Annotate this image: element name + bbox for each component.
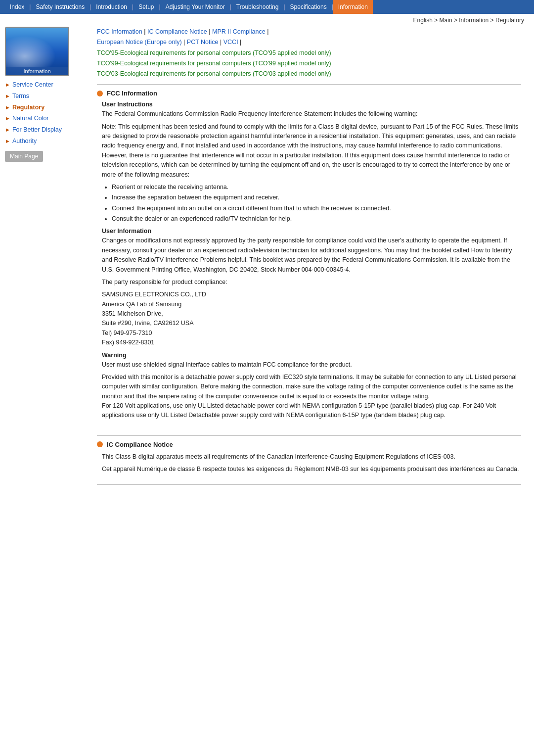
arrow-icon: ► bbox=[5, 137, 10, 145]
fcc-section-header: FCC Information bbox=[97, 90, 521, 97]
main-page-button[interactable]: Main Page bbox=[5, 151, 43, 162]
sidebar-logo: Information bbox=[5, 27, 69, 76]
nav-setup[interactable]: Setup bbox=[134, 0, 159, 14]
arrow-icon: ► bbox=[5, 92, 10, 100]
nav-information[interactable]: Information bbox=[333, 0, 373, 14]
sidebar-item-service-center[interactable]: ► Service Center bbox=[5, 79, 89, 91]
top-nav: Index | Safety Instructions | Introducti… bbox=[0, 0, 534, 14]
link-tco99[interactable]: TCO'99-Ecological requirements for perso… bbox=[97, 60, 331, 67]
link-vcci[interactable]: VCCI bbox=[223, 39, 238, 46]
link-mpr-compliance[interactable]: MPR II Compliance bbox=[212, 28, 266, 35]
arrow-icon: ► bbox=[5, 126, 10, 134]
nav-adjusting[interactable]: Adjusting Your Monitor bbox=[161, 0, 230, 14]
divider-3 bbox=[97, 484, 521, 485]
user-info-heading: User Information bbox=[102, 228, 521, 235]
link-european-notice[interactable]: European Notice (Europe only) bbox=[97, 39, 182, 46]
sidebar-item-authority[interactable]: ► Authority bbox=[5, 136, 89, 147]
nav-specifications[interactable]: Specifications bbox=[285, 0, 332, 14]
nav-safety[interactable]: Safety Instructions bbox=[31, 0, 89, 14]
link-tco03[interactable]: TCO'03-Ecological requirements for perso… bbox=[97, 70, 331, 77]
sidebar: Information ► Service Center ► Terms ► R… bbox=[5, 27, 89, 490]
content-area: FCC Information | IC Compliance Notice |… bbox=[89, 27, 529, 490]
ic-section-header: IC Compliance Notice bbox=[97, 441, 521, 448]
sidebar-item-for-better-display[interactable]: ► For Better Display bbox=[5, 124, 89, 136]
sidebar-item-natural-color[interactable]: ► Natural Color bbox=[5, 113, 89, 124]
list-item: Reorient or relocate the receiving anten… bbox=[112, 183, 521, 192]
sidebar-nav: ► Service Center ► Terms ► Regulatory ► … bbox=[5, 79, 89, 147]
warning-content: User must use shielded signal interface … bbox=[97, 360, 521, 421]
fcc-title: FCC Information bbox=[107, 90, 157, 97]
fcc-section: FCC Information User Instructions The Fe… bbox=[97, 90, 521, 421]
breadcrumb: English > Main > Information > Regulator… bbox=[0, 14, 534, 27]
fcc-bullets: Reorient or relocate the receiving anten… bbox=[112, 183, 521, 224]
list-item: Connect the equipment into an outlet on … bbox=[112, 204, 521, 213]
link-tco95[interactable]: TCO'95-Ecological requirements for perso… bbox=[97, 49, 331, 56]
user-info-content: Changes or modifications not expressly a… bbox=[97, 236, 521, 347]
link-fcc-information[interactable]: FCC Information bbox=[97, 28, 142, 35]
arrow-icon: ► bbox=[5, 81, 10, 89]
divider-2 bbox=[97, 435, 521, 436]
nav-introduction[interactable]: Introduction bbox=[91, 0, 132, 14]
divider-1 bbox=[97, 84, 521, 85]
list-item: Consult the dealer or an experienced rad… bbox=[112, 214, 521, 224]
ic-bullet-dot bbox=[97, 441, 103, 447]
fcc-bullet-dot bbox=[97, 91, 103, 96]
ic-content: This Class B digital apparatus meets all… bbox=[97, 452, 521, 474]
link-ic-compliance[interactable]: IC Compliance Notice bbox=[147, 28, 207, 35]
sidebar-item-regulatory[interactable]: ► Regulatory bbox=[5, 102, 89, 113]
nav-troubleshooting[interactable]: Troubleshooting bbox=[231, 0, 284, 14]
sidebar-item-terms[interactable]: ► Terms bbox=[5, 91, 89, 102]
arrow-icon: ► bbox=[5, 114, 10, 123]
links-row: FCC Information | IC Compliance Notice |… bbox=[97, 27, 521, 79]
user-instructions-heading: User Instructions bbox=[102, 101, 521, 108]
ic-section: IC Compliance Notice This Class B digita… bbox=[97, 441, 521, 474]
arrow-icon: ► bbox=[5, 103, 10, 112]
warning-heading: Warning bbox=[102, 352, 521, 359]
list-item: Increase the separation between the equi… bbox=[112, 193, 521, 202]
nav-index[interactable]: Index bbox=[5, 0, 29, 14]
link-pct-notice[interactable]: PCT Notice bbox=[187, 39, 219, 46]
sidebar-logo-label: Information bbox=[6, 67, 68, 75]
user-instructions-intro: The Federal Communications Commission Ra… bbox=[97, 109, 521, 224]
ic-title: IC Compliance Notice bbox=[107, 441, 173, 448]
